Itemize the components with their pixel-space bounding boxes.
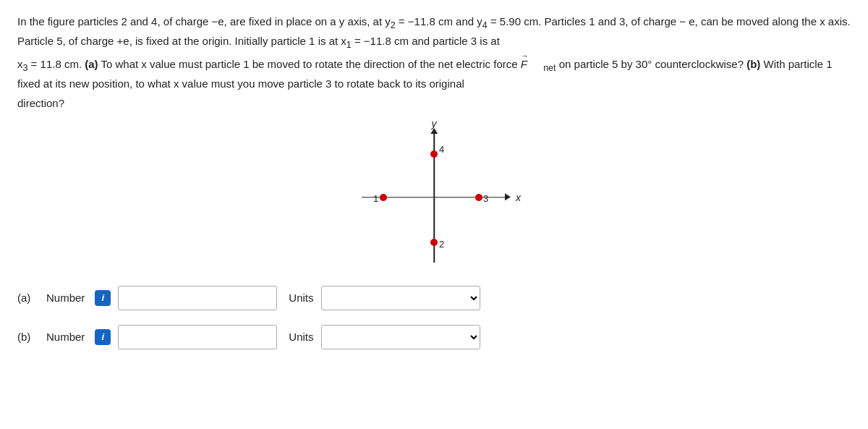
x-axis-arrow xyxy=(505,194,511,201)
problem-line1: In the figure particles 2 and 4, of char… xyxy=(17,13,851,53)
part-a-units-label: Units xyxy=(289,292,313,304)
part-b-number-input[interactable] xyxy=(118,325,277,349)
coordinate-system: x y 1 2 3 4 xyxy=(362,132,506,263)
diagram-area: x y 1 2 3 4 xyxy=(17,125,851,270)
particle-2 xyxy=(430,239,438,246)
particle-1 xyxy=(380,194,387,201)
problem-line2: x3 = 11.8 cm. (a) To what x value must p… xyxy=(17,56,851,93)
part-a-info-badge[interactable]: i xyxy=(95,290,111,306)
answer-row-b: (b) Number i Units cm m xyxy=(17,325,851,349)
x-axis-label: x xyxy=(516,192,521,203)
particle-4-label: 4 xyxy=(439,144,444,155)
part-b-label: (b) xyxy=(17,331,39,343)
part-a-units-select[interactable]: cm m xyxy=(321,286,480,310)
particle-3-label: 3 xyxy=(483,193,488,204)
problem-line3: direction? xyxy=(17,95,851,111)
part-b-sublabel: Number xyxy=(46,331,85,343)
part-b-units-label: Units xyxy=(289,331,313,343)
part-b-info-badge[interactable]: i xyxy=(95,329,111,345)
part-a-number-input[interactable] xyxy=(118,286,277,310)
part-b-bold: (b) xyxy=(746,58,760,70)
force-symbol: F xyxy=(521,56,527,72)
particle-1-label: 1 xyxy=(373,193,378,204)
part-a-sublabel: Number xyxy=(46,292,85,304)
answer-section: (a) Number i Units cm m (b) Number i Uni… xyxy=(17,286,851,349)
problem-text: In the figure particles 2 and 4, of char… xyxy=(17,13,851,112)
part-a-bold: (a) xyxy=(85,58,98,70)
particle-4 xyxy=(430,150,438,158)
answer-row-a: (a) Number i Units cm m xyxy=(17,286,851,310)
particle-2-label: 2 xyxy=(439,239,444,250)
problem-container: In the figure particles 2 and 4, of char… xyxy=(17,13,851,349)
particle-3 xyxy=(475,194,482,201)
y-axis-label: y xyxy=(432,118,437,129)
part-b-units-select[interactable]: cm m xyxy=(321,325,480,349)
part-a-label: (a) xyxy=(17,292,39,304)
